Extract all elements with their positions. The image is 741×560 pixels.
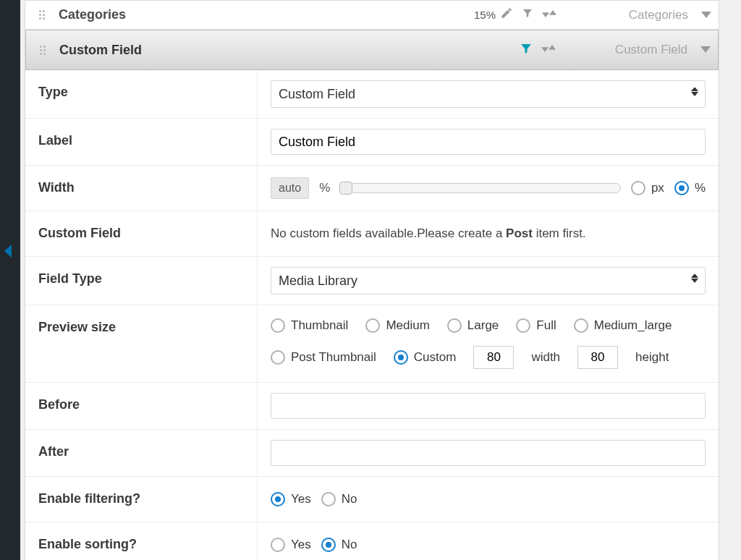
right-gutter (727, 0, 741, 560)
collapse-sidebar-tab[interactable] (0, 239, 13, 263)
unit-percent-text: % (319, 181, 330, 195)
row-field-type: Field Type Media Library (25, 257, 719, 305)
preview-height-input[interactable] (577, 346, 618, 369)
column-title: Categories (59, 7, 474, 22)
label-before: Before (25, 383, 257, 427)
label-custom-field: Custom Field (25, 211, 257, 255)
preview-large[interactable]: Large (447, 318, 499, 333)
preview-medium-large[interactable]: Medium_large (574, 318, 672, 333)
column-row-categories[interactable]: Categories 15% Categories (25, 1, 719, 30)
main-area: Categories 15% Categories Custom Field C… (20, 0, 727, 560)
after-input[interactable] (271, 440, 706, 466)
column-editor-panel: Categories 15% Categories Custom Field C… (25, 0, 719, 560)
before-input[interactable] (271, 393, 706, 419)
row-label: Label (25, 119, 719, 166)
label-type: Type (25, 70, 257, 114)
height-label: height (635, 350, 669, 365)
width-auto-button[interactable]: auto (271, 177, 309, 199)
preview-medium[interactable]: Medium (365, 318, 429, 333)
svg-marker-1 (542, 12, 549, 17)
row-type: Type Custom Field (25, 70, 719, 119)
label-input[interactable] (271, 129, 706, 155)
width-unit-percent[interactable]: % (674, 181, 706, 195)
row-width: Width auto % px % (25, 166, 719, 211)
drag-handle-icon[interactable] (25, 10, 59, 20)
funnel-icon[interactable] (520, 42, 533, 59)
width-label: width (531, 350, 560, 365)
width-percent: 15% (474, 9, 496, 21)
svg-marker-2 (549, 10, 556, 15)
column-row-custom-field[interactable]: Custom Field Custom Field (25, 30, 719, 70)
width-slider[interactable] (340, 183, 621, 193)
label-enable-filtering: Enable filtering? (25, 477, 257, 521)
preview-width-input[interactable] (473, 346, 514, 369)
label-after: After (25, 430, 257, 474)
row-before: Before (25, 383, 719, 430)
type-select[interactable]: Custom Field (271, 80, 706, 108)
svg-marker-5 (549, 45, 556, 50)
preview-thumbnail[interactable]: Thumbnail (271, 318, 348, 333)
row-enable-sorting: Enable sorting? Yes No (25, 522, 719, 560)
preview-post-thumbnail[interactable]: Post Thumbnail (271, 350, 376, 365)
label-enable-sorting: Enable sorting? (25, 522, 257, 560)
column-settings: Type Custom Field Label Width auto % (25, 70, 719, 560)
width-unit-px[interactable]: px (631, 181, 664, 195)
column-title: Custom Field (59, 43, 520, 58)
no-custom-fields-message: No custom fields available.Please create… (271, 226, 586, 241)
label-width: Width (25, 166, 257, 210)
svg-marker-0 (4, 245, 12, 258)
chevron-down-icon[interactable] (694, 8, 719, 22)
filtering-yes[interactable]: Yes (271, 492, 311, 506)
slider-handle[interactable] (339, 182, 352, 195)
row-enable-filtering: Enable filtering? Yes No (25, 477, 719, 522)
chevron-down-icon[interactable] (693, 43, 718, 57)
row-after: After (25, 430, 719, 477)
column-type-label: Categories (564, 8, 694, 22)
sorting-yes[interactable]: Yes (271, 538, 311, 552)
admin-sidebar (0, 0, 20, 560)
sorting-no[interactable]: No (321, 538, 357, 552)
svg-marker-3 (701, 12, 711, 18)
row-preview-size: Preview size Thumbnail Medium Large Full… (25, 305, 719, 383)
svg-marker-4 (541, 47, 549, 52)
field-type-select[interactable]: Media Library (271, 267, 706, 294)
funnel-icon[interactable] (522, 7, 533, 22)
drag-handle-icon[interactable] (26, 46, 59, 55)
row-custom-field: Custom Field No custom fields available.… (25, 211, 719, 257)
preview-full[interactable]: Full (516, 318, 556, 333)
svg-marker-6 (700, 46, 711, 53)
preview-custom[interactable]: Custom (394, 350, 457, 365)
edit-icon[interactable] (500, 7, 513, 23)
label-label: Label (25, 119, 257, 163)
label-field-type: Field Type (25, 257, 257, 301)
sort-icon[interactable] (542, 8, 556, 22)
label-preview-size: Preview size (25, 305, 257, 349)
filtering-no[interactable]: No (321, 492, 357, 506)
sort-icon[interactable] (541, 43, 556, 57)
column-type-label: Custom Field (563, 43, 693, 57)
